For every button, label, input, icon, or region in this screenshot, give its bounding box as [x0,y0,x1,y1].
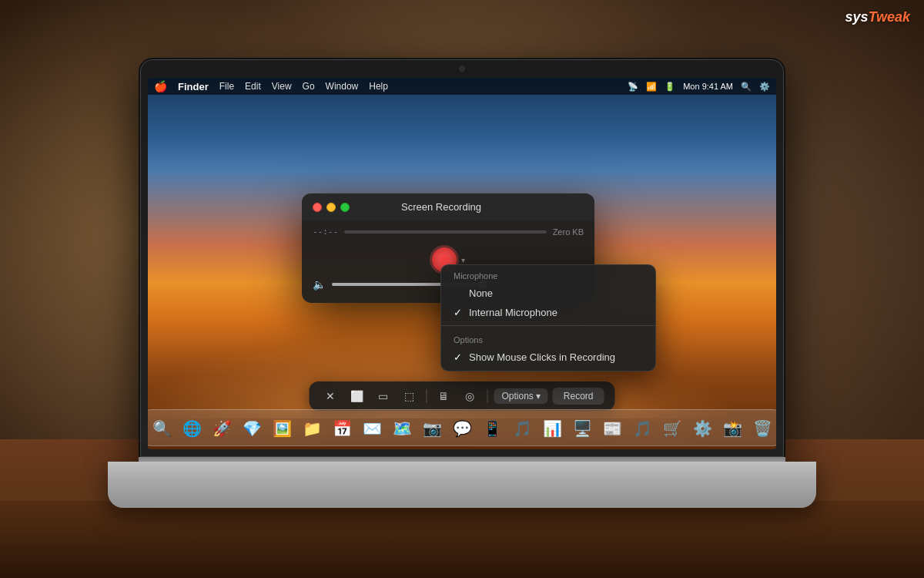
toolbar-selection-icon[interactable]: ⬚ [398,388,420,405]
menu-divider [441,325,655,326]
screen-toolbar: ✕ ⬜ ▭ ⬚ 🖥 ◎ Options ▾ Record [309,381,614,411]
dock-appstore[interactable]: 🛒 [658,415,686,442]
microphone-internal-item[interactable]: ✓ Internal Microphone [441,303,655,322]
dock-notes[interactable]: 📁 [298,415,326,442]
show-mouse-clicks-item[interactable]: ✓ Show Mouse Clicks in Recording [441,348,655,371]
screen-bezel: 🍎 Finder File Edit View Go Window Help 📡… [139,58,785,459]
dock-news[interactable]: 📰 [598,415,626,442]
battery-icon: 🔋 [665,82,675,92]
toolbar-record-label: Record [564,391,594,402]
screen: 🍎 Finder File Edit View Go Window Help 📡… [148,78,776,449]
menubar: 🍎 Finder File Edit View Go Window Help 📡… [148,78,776,95]
dock-contacts[interactable]: 💎 [238,415,266,442]
maximize-button[interactable] [340,203,350,212]
app-name: Finder [178,81,209,92]
toolbar-divider-2 [487,389,487,403]
time-display: --:-- [313,227,338,237]
none-check [454,287,466,299]
traffic-lights [313,203,350,212]
dock-maps[interactable]: 🗺️ [388,415,416,442]
dock-keynote[interactable]: 🖥️ [568,415,596,442]
show-mouse-clicks-label: Show Mouse Clicks in Recording [469,351,615,363]
menubar-left: 🍎 Finder File Edit View Go Window Help [154,80,388,92]
dock: 🔍 🌐 🚀 💎 🖼️ 📁 📅 ✉️ 🗺️ 📷 💬 📱 🎵 📊 🖥️ 📰 🎵 🛒 [148,409,776,446]
menu-edit[interactable]: Edit [245,81,261,92]
window-title: Screen Recording [360,201,522,213]
wifi-icon: 📶 [646,82,657,92]
dock-preferences[interactable]: ⚙️ [688,415,716,442]
dock-safari[interactable]: 🌐 [178,415,206,442]
minimize-button[interactable] [326,203,336,212]
menu-view[interactable]: View [272,81,292,92]
menu-file[interactable]: File [219,81,234,92]
dock-music[interactable]: 🎵 [508,415,536,442]
dock-camera[interactable]: 📸 [718,415,746,442]
microphone-none-label: None [469,287,493,299]
dock-calendar[interactable]: 📅 [328,415,356,442]
internal-check: ✓ [454,307,466,318]
record-btn-inner [439,254,450,265]
watermark-suffix: Tweak [869,9,910,25]
close-button[interactable] [313,203,322,212]
toolbar-screen-icon[interactable]: 🖥 [433,388,454,405]
dock-finder[interactable]: 🔍 [148,415,176,442]
camera [459,66,465,72]
dock-numbers[interactable]: 📊 [538,415,566,442]
toolbar-window-icon[interactable]: ▭ [372,388,393,405]
toolbar-camera-icon[interactable]: ◎ [459,388,480,405]
file-size: Zero KB [553,227,584,237]
toolbar-options-label: Options [501,391,533,402]
dock-launchpad[interactable]: 🚀 [208,415,236,442]
laptop-body [108,462,816,508]
apple-menu-icon[interactable]: 🍎 [154,80,167,92]
dropdown-menu: Microphone None ✓ Internal Microphone Op… [440,264,656,371]
toolbar-options-chevron: ▾ [536,391,541,402]
dock-trash[interactable]: 🗑️ [748,415,776,442]
dock-facetime[interactable]: 📷 [418,415,446,442]
volume-icon: 🔈 [313,278,326,291]
laptop: 🍎 Finder File Edit View Go Window Help 📡… [108,58,816,520]
dock-itunes[interactable]: 🎵 [628,415,656,442]
search-icon[interactable]: 🔍 [741,82,752,92]
menu-help[interactable]: Help [369,81,388,92]
dock-messages[interactable]: 💬 [448,415,476,442]
recording-titlebar: Screen Recording [302,193,594,220]
menubar-right: 📡 📶 🔋 Mon 9:41 AM 🔍 ⚙️ [628,82,770,92]
airplay-icon: 📡 [628,82,638,92]
control-center-icon[interactable]: ⚙️ [759,82,770,92]
microphone-header: Microphone [441,265,655,284]
toolbar-record-button[interactable]: Record [553,388,604,405]
toolbar-options-button[interactable]: Options ▾ [494,388,547,404]
progress-bar [344,230,547,234]
menu-window[interactable]: Window [326,81,359,92]
toolbar-fullscreen-icon[interactable]: ⬜ [346,388,367,405]
clock: Mon 9:41 AM [683,82,733,91]
dock-mail[interactable]: ✉️ [358,415,386,442]
mouse-clicks-check: ✓ [454,351,466,363]
progress-row: --:-- Zero KB [313,227,584,237]
watermark: sysTweak [845,9,910,25]
menu-go[interactable]: Go [303,81,315,92]
dock-photos[interactable]: 🖼️ [268,415,296,442]
dropdown-arrow-icon[interactable]: ▾ [461,256,465,264]
dock-facetime2[interactable]: 📱 [478,415,506,442]
toolbar-close-icon[interactable]: ✕ [320,388,341,405]
toolbar-divider-1 [426,389,427,403]
microphone-internal-label: Internal Microphone [469,307,557,318]
microphone-none-item[interactable]: None [441,284,655,303]
watermark-prefix: sys [845,9,869,25]
options-header: Options [441,329,655,348]
